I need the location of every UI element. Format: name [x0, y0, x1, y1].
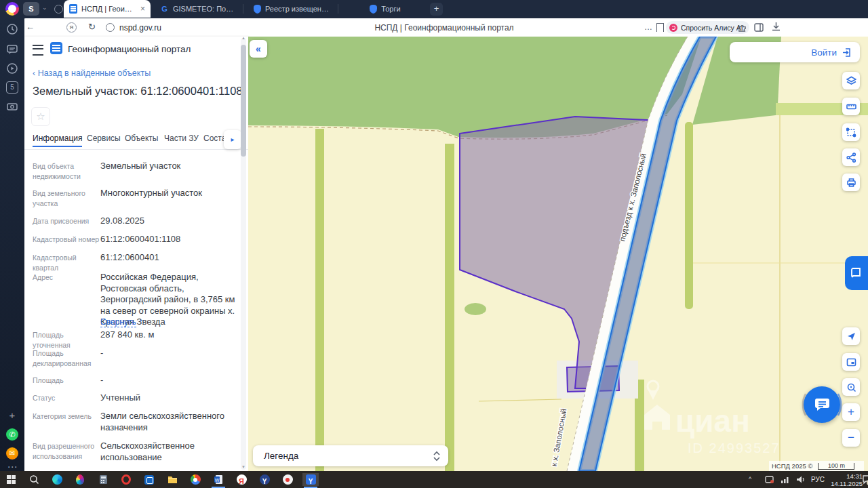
profile-icon[interactable] — [54, 5, 63, 14]
login-icon — [842, 47, 852, 58]
favorite-star-icon[interactable]: ☆ — [31, 107, 50, 126]
telemost-icon[interactable] — [279, 473, 296, 486]
taskbar: W Я Y Y ^ РУС 14:31 14.11.2025 — [0, 471, 868, 488]
side-services-tab[interactable] — [845, 256, 868, 290]
history-icon[interactable] — [6, 23, 18, 35]
login-button[interactable]: Войти — [730, 42, 860, 62]
torgi-favicon — [370, 5, 377, 14]
calculator-icon[interactable] — [95, 473, 111, 486]
alice-icon — [669, 24, 677, 32]
screenshot-icon[interactable] — [6, 100, 18, 113]
opera-icon[interactable] — [118, 473, 134, 486]
nspd-favicon — [69, 4, 77, 14]
paint-app-icon[interactable] — [72, 473, 88, 486]
zoom-out-button[interactable]: − — [842, 429, 860, 447]
edge-icon[interactable] — [49, 473, 65, 486]
add-panel-icon[interactable]: + — [6, 409, 18, 421]
messenger-y-icon[interactable]: Y — [256, 473, 273, 486]
tab-composition[interactable]: Соста — [203, 134, 226, 143]
side-panels-icon[interactable] — [754, 22, 764, 35]
whatsapp-icon[interactable]: ✆ — [6, 428, 18, 441]
share-button[interactable] — [842, 148, 860, 166]
svg-text:W: W — [214, 478, 219, 483]
chat-button[interactable] — [804, 386, 840, 423]
reestr-favicon — [254, 5, 261, 14]
tab-information[interactable]: Информация — [33, 134, 82, 143]
network-icon[interactable] — [777, 473, 793, 486]
tab-separator — [338, 4, 338, 14]
locate-me-button[interactable] — [842, 327, 860, 345]
map-area[interactable]: подъезд к х. Заполосный к х. Заполосный … — [248, 37, 868, 471]
services-tile-icon[interactable]: 5 — [6, 81, 18, 94]
tab-torgi[interactable]: Торги — [343, 0, 427, 18]
file-explorer-icon[interactable] — [164, 473, 180, 486]
word-icon[interactable]: W — [210, 473, 226, 486]
yandex-browser-taskbar-icon[interactable]: Y — [302, 473, 319, 486]
alice-button[interactable]: Спросить Алису AI — [666, 21, 749, 34]
svg-text:циан: циан — [675, 403, 750, 439]
blue-app-icon[interactable] — [141, 473, 157, 486]
video-icon[interactable] — [6, 62, 18, 75]
object-info-panel: Геоинформационный портал ‹ Назад в найде… — [24, 37, 248, 471]
extensions-icon[interactable] — [738, 22, 747, 35]
tabs-scroll-right-button[interactable]: ▸ — [224, 130, 241, 149]
chats-icon[interactable] — [6, 43, 18, 56]
map-attribution: НСПД 2025 © 100 m — [769, 461, 864, 471]
tab-gismeteo[interactable]: G GISMETEO: Погода в Зер — [155, 0, 240, 18]
ruler-button[interactable] — [842, 98, 860, 115]
panel-scrollbar[interactable] — [241, 38, 246, 470]
close-icon[interactable]: × — [140, 4, 145, 14]
expand-collapse-icon — [433, 451, 440, 462]
tab-nspd[interactable]: НСПД | Геоинформаци × — [64, 0, 151, 18]
yandex-app-icon[interactable]: Я — [233, 473, 250, 486]
clock[interactable]: 14:31 14.11.2025 — [830, 472, 863, 487]
atlas-icon — [850, 267, 863, 279]
legend-dropdown[interactable]: Легенда — [253, 445, 448, 466]
portal-title: Геоинформационный портал — [68, 44, 191, 54]
pinned-tile[interactable]: S — [23, 2, 39, 16]
address-collapse-link[interactable]: Свернуть ⌃ — [100, 317, 144, 327]
language-indicator[interactable]: РУС — [811, 476, 825, 483]
tray-app-icon[interactable] — [761, 473, 777, 486]
chevron-down-icon[interactable]: ⌄ — [42, 4, 47, 11]
start-button[interactable] — [3, 473, 19, 486]
scrollbar-thumb[interactable] — [241, 45, 246, 157]
parcel-title: Земельный участок: 61:12:0600401:1108 — [33, 85, 243, 98]
menu-icon[interactable] — [33, 45, 43, 56]
address-bar[interactable]: ← Я ↻ nspd.gov.ru НСПД | Геоинформационн… — [20, 18, 868, 37]
bookmark-icon[interactable] — [656, 23, 664, 32]
back-to-results-link[interactable]: ‹ Назад в найденные объекты — [33, 68, 151, 78]
scroll-down-icon[interactable]: ▼ — [241, 465, 245, 469]
scale-bar: 100 m — [818, 463, 854, 470]
browser-sidebar: 5 + ✆ ✉ ⋯ — [0, 18, 24, 471]
print-button[interactable] — [842, 174, 860, 191]
yandex-browser-logo-icon[interactable] — [5, 2, 19, 16]
chrome-icon[interactable] — [187, 473, 203, 486]
volume-icon[interactable] — [792, 473, 808, 486]
chat-widget[interactable] — [799, 382, 845, 428]
tab-bar: S ⌄ НСПД | Геоинформаци × G GISMETEO: По… — [0, 0, 868, 18]
tab-parts[interactable]: Части ЗУ — [164, 134, 199, 143]
svg-text:ID 24993527: ID 24993527 — [688, 441, 781, 455]
search-icon[interactable] — [26, 473, 42, 486]
tray-expand-icon[interactable]: ^ — [749, 476, 751, 483]
new-tab-button[interactable]: + — [430, 3, 443, 16]
tab-separator — [243, 4, 243, 14]
more-icon[interactable]: … — [644, 22, 652, 32]
scroll-up-icon[interactable]: ▲ — [241, 36, 245, 40]
screen: S ⌄ НСПД | Геоинформаци × G GISMETEO: По… — [0, 0, 868, 488]
gismeteo-favicon: G — [160, 5, 169, 14]
download-icon[interactable] — [772, 22, 781, 34]
tab-objects[interactable]: Объекты — [125, 134, 159, 143]
chat-bubble-icon — [813, 396, 831, 413]
tab-reestr[interactable]: Реестр извещений — [248, 0, 335, 18]
tab-services[interactable]: Сервисы — [87, 134, 121, 143]
layers-button[interactable] — [842, 72, 860, 89]
measure-area-button[interactable] — [842, 123, 860, 141]
panel-tabs: Информация Сервисы Объекты Части ЗУ Сост… — [24, 131, 248, 150]
mail-icon[interactable]: ✉ — [6, 447, 18, 460]
notifications-icon[interactable]: 4 — [859, 473, 868, 486]
minimap-button[interactable] — [842, 353, 860, 371]
map-canvas[interactable]: подъезд к х. Заполосный к х. Заполосный … — [248, 37, 868, 471]
collapse-panel-button[interactable]: « — [250, 40, 267, 58]
